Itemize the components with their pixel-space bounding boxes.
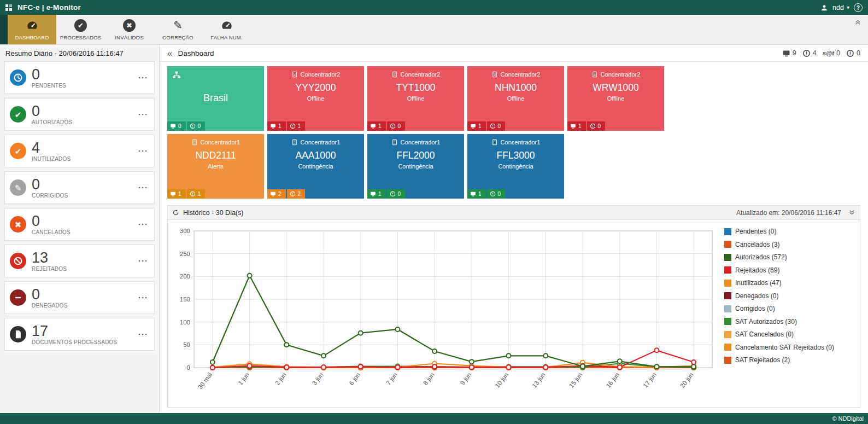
- x-icon: ✖: [10, 216, 26, 233]
- tab-falha-num[interactable]: FALHA NUM.: [202, 15, 251, 44]
- collapse-sidebar-icon[interactable]: «: [167, 49, 172, 58]
- tile-badge: 0: [487, 189, 506, 199]
- tile-badges: 11: [167, 189, 205, 199]
- tile-status: Contingência: [367, 163, 464, 170]
- legend-item-sat-cancelados-0[interactable]: SAT Cancelados (0): [724, 330, 857, 338]
- user-menu[interactable]: ndd ▾: [832, 4, 849, 11]
- gauge-icon: [221, 19, 233, 31]
- topbar-actions: ndd ▾ ?: [820, 3, 863, 12]
- check-icon: ✔: [15, 147, 22, 155]
- monitor-icon: [470, 123, 476, 129]
- refresh-icon[interactable]: [172, 209, 179, 216]
- tile-name: NHN1000: [467, 82, 564, 94]
- chevrons-down-icon[interactable]: [845, 209, 855, 216]
- pencil-plain-icon: ✎: [172, 19, 184, 32]
- alert-icon: [290, 191, 296, 197]
- tile-ndd2111[interactable]: Concentrador1NDD2111Alerta11: [167, 134, 264, 199]
- user-icon: [820, 4, 828, 11]
- minus-icon: [10, 289, 26, 306]
- tab-correcao[interactable]: ✎CORREÇÃO: [154, 15, 202, 44]
- tab-label: FALHA NUM.: [210, 34, 243, 40]
- tile-tyt1000[interactable]: Concentrador2TYT1000Offline10: [367, 66, 464, 131]
- tile-badges: 10: [567, 121, 605, 131]
- legend-swatch: [724, 357, 731, 364]
- card-menu-button[interactable]: ⋯: [136, 328, 149, 340]
- tile-name: YYY2000: [267, 82, 364, 94]
- tile-badge: 0: [187, 121, 206, 131]
- tile-name: Brasil: [167, 92, 264, 104]
- status-sat: s@t0: [823, 49, 840, 57]
- legend-item-cancelados-3[interactable]: Cancelados (3): [724, 241, 857, 248]
- server-icon: [191, 139, 198, 146]
- help-button[interactable]: ?: [854, 3, 863, 12]
- x-circle-icon: ✖: [123, 19, 136, 32]
- legend-item-sat-autorizados-30[interactable]: SAT Autorizados (30): [724, 318, 857, 326]
- badge-count: 0: [498, 191, 501, 197]
- badge-count: 1: [178, 191, 181, 197]
- summary-card-cancelados: ✖0CANCELADOS⋯: [4, 208, 155, 241]
- tab-invalidos[interactable]: ✖INVÁLIDOS: [105, 15, 154, 44]
- card-menu-button[interactable]: ⋯: [136, 182, 149, 194]
- minus-icon: [13, 293, 23, 303]
- app-logo-icon: [5, 4, 12, 11]
- badge-count: 1: [278, 123, 281, 129]
- legend-item-pendentes-0[interactable]: Pendentes (0): [724, 228, 857, 235]
- legend-swatch: [724, 305, 731, 312]
- legend-swatch: [724, 280, 731, 287]
- badge-count: 0: [398, 123, 401, 129]
- tab-dashboard[interactable]: DASHBOARD: [8, 15, 56, 44]
- tile-ffl3000[interactable]: Concentrador1FFL3000Contingência10: [467, 134, 564, 199]
- sat-icon: s@t: [823, 50, 834, 56]
- tile-badge: 0: [387, 121, 406, 131]
- badge-count: 0: [398, 191, 401, 197]
- card-menu-button[interactable]: ⋯: [136, 255, 149, 267]
- document-icon: [13, 329, 23, 339]
- legend-item-sat-rejeitados-2[interactable]: SAT Rejeitados (2): [724, 356, 857, 364]
- tab-processados[interactable]: ✔PROCESSADOS: [56, 15, 105, 44]
- tile-badges: 10: [367, 189, 405, 199]
- tile-group-label: Concentrador2: [601, 71, 641, 78]
- tile-badges: 10: [467, 189, 505, 199]
- legend-item-cancelamento-sat-rejeitados-0[interactable]: Cancelamento SAT Rejeitados (0): [724, 344, 857, 351]
- badge-count: 1: [578, 123, 582, 129]
- tile-ffl2000[interactable]: Concentrador1FFL2000Contingência10: [367, 134, 464, 199]
- history-panel: Histórico - 30 Dia(s) Atualizado em: 20/…: [167, 205, 860, 408]
- tile-group-label: Concentrador1: [501, 139, 541, 146]
- card-label: PENDENTES: [32, 83, 66, 89]
- tile-yyy2000[interactable]: Concentrador2YYY2000Offline11: [267, 66, 364, 131]
- tile-brasil[interactable]: Brasil00: [167, 66, 264, 131]
- card-menu-button[interactable]: ⋯: [136, 145, 149, 157]
- svg-text:16 jun: 16 jun: [605, 371, 621, 389]
- card-label: CORRIGIDOS: [32, 193, 68, 199]
- monitor-icon: [370, 123, 376, 129]
- tile-nhn1000[interactable]: Concentrador2NHN1000Offline10: [467, 66, 564, 131]
- badge-count: 0: [498, 123, 501, 129]
- tile-badge: 1: [367, 121, 386, 131]
- check-icon: ✔: [10, 143, 26, 159]
- tile-wrw1000[interactable]: Concentrador2WRW1000Offline10: [567, 66, 664, 131]
- card-menu-button[interactable]: ⋯: [136, 292, 149, 304]
- toolbar: DASHBOARD✔PROCESSADOS✖INVÁLIDOS✎CORREÇÃO…: [0, 15, 868, 45]
- legend-item-corrigidos-0[interactable]: Corrigidos (0): [724, 305, 857, 312]
- card-menu-button[interactable]: ⋯: [136, 108, 149, 120]
- legend-item-rejeitados-69[interactable]: Rejeitados (69): [724, 266, 857, 274]
- card-menu-button[interactable]: ⋯: [136, 72, 149, 84]
- server-icon: [591, 71, 598, 78]
- chevrons-up-icon[interactable]: [848, 15, 868, 31]
- badge-count: 0: [598, 123, 601, 129]
- legend-item-inutilizados-47[interactable]: Inutilizados (47): [724, 279, 857, 287]
- tile-badges: 00: [167, 121, 205, 131]
- legend-item-denegados-0[interactable]: Denegados (0): [724, 292, 857, 300]
- tab-label: DASHBOARD: [15, 34, 49, 40]
- check-icon: ✔: [15, 111, 22, 119]
- tile-status: Contingência: [467, 163, 564, 170]
- card-label: INUTILIZADOS: [32, 156, 71, 162]
- tile-aaa1000[interactable]: Concentrador1AAA1000Contingência22: [267, 134, 364, 199]
- tile-name: TYT1000: [367, 82, 464, 94]
- svg-text:10 jun: 10 jun: [494, 371, 509, 389]
- tile-badge: 1: [267, 121, 286, 131]
- card-menu-button[interactable]: ⋯: [136, 218, 149, 230]
- tile-badges: 10: [467, 121, 505, 131]
- legend-item-autorizados-572[interactable]: Autorizados (572): [724, 253, 857, 261]
- gauge-icon: [26, 19, 38, 32]
